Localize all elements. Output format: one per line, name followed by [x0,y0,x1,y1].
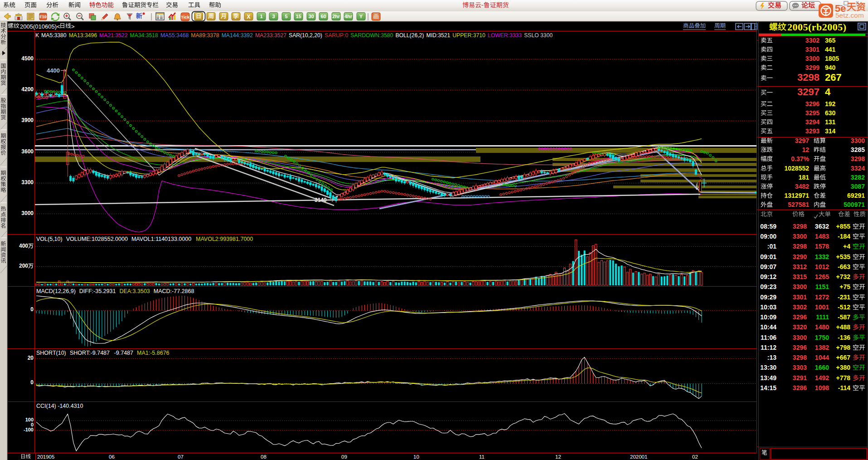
svg-text:+732: +732 [836,273,850,280]
svg-text:+488: +488 [836,323,850,331]
svg-text:K: K [35,32,39,39]
svg-text:4: 4 [825,86,831,98]
svg-text:5: 5 [285,14,287,19]
svg-text:3299: 3299 [805,64,820,71]
svg-text:+535: +535 [836,253,850,260]
svg-text:3315: 3315 [793,273,807,280]
svg-text:3294: 3294 [805,118,820,126]
svg-text:MAVOL2:993981.7000: MAVOL2:993981.7000 [196,236,253,242]
svg-text:4hr: 4hr [344,14,353,19]
svg-text:3300: 3300 [793,334,807,341]
svg-text:VOL(5,10): VOL(5,10) [36,236,63,242]
svg-text:+4: +4 [843,243,850,250]
svg-text:267: 267 [825,72,842,83]
svg-text:1098: 1098 [815,384,829,391]
svg-text:3286: 3286 [793,384,807,391]
svg-text:201905: 201905 [37,454,54,460]
svg-text:3297: 3297 [795,137,809,144]
svg-text:+75: +75 [839,283,850,290]
svg-text:181: 181 [799,174,810,181]
svg-text:>: > [71,23,75,30]
svg-text:1272: 1272 [815,294,829,301]
svg-text:10: 10 [413,454,419,460]
svg-text:3320: 3320 [793,323,807,331]
svg-text:3632: 3632 [815,223,829,230]
svg-text:441: 441 [825,46,836,53]
svg-text::01: :01 [767,243,776,250]
svg-text:3296: 3296 [805,100,820,108]
svg-text:13:49: 13:49 [760,374,776,382]
svg-text:UPPER:3710: UPPER:3710 [452,32,485,39]
svg-text:1660: 1660 [815,364,829,371]
svg-text::13: :13 [767,354,776,361]
svg-text:3312: 3312 [793,263,807,270]
svg-text:202001: 202001 [630,454,647,460]
svg-text:09:01: 09:01 [760,253,776,260]
svg-text:3900: 3900 [21,117,34,123]
svg-text:4500: 4500 [21,55,34,62]
svg-text:-512: -512 [838,303,850,311]
svg-text:+667: +667 [836,354,850,361]
svg-text:3302: 3302 [805,37,820,44]
svg-text:06: 06 [109,454,115,460]
svg-text:12: 12 [555,454,561,460]
svg-text:4400: 4400 [47,67,60,74]
svg-text:1492: 1492 [815,374,829,382]
svg-text:LOWER:3333: LOWER:3333 [488,32,522,39]
svg-text:SSLO 3300: SSLO 3300 [524,32,553,39]
svg-text:3301: 3301 [793,294,807,301]
svg-text:X: X [247,14,250,20]
svg-text:SARDOWN:3580: SARDOWN:3580 [350,32,393,39]
svg-text:11: 11 [479,454,485,460]
svg-text:5etz.com: 5etz.com [835,11,864,19]
svg-text:3298: 3298 [793,354,807,361]
svg-text:09: 09 [341,454,347,460]
svg-text:+380: +380 [836,364,850,371]
svg-text:-100: -100 [24,427,34,432]
svg-text:08: 08 [261,454,267,460]
svg-text:+798: +798 [836,344,850,351]
svg-text:11:06: 11:06 [761,334,776,341]
svg-text:SHORT:-9.7487: SHORT:-9.7487 [70,350,110,356]
svg-text:1111: 1111 [816,313,829,321]
svg-text:-9.7487: -9.7487 [114,350,133,356]
svg-text:MA21:3522: MA21:3522 [99,32,128,39]
svg-text:0: 0 [30,306,34,313]
svg-text:3291: 3291 [793,374,807,382]
svg-text:SAR(10,2,20): SAR(10,2,20) [289,32,322,39]
svg-text:3297: 3297 [797,86,820,98]
svg-text:08:59: 08:59 [760,223,776,230]
svg-text:3298: 3298 [851,155,865,162]
svg-text:+778: +778 [836,374,850,382]
svg-text:1332: 1332 [815,253,829,260]
svg-text:3482: 3482 [795,183,809,190]
svg-text:DIFF:-35.2931: DIFF:-35.2931 [79,288,116,294]
svg-text:1028552: 1028552 [784,165,809,172]
svg-text:69291: 69291 [847,192,865,199]
svg-text:3296: 3296 [793,344,807,351]
svg-text:2005(rb2005): 2005(rb2005) [787,21,847,33]
svg-text:630: 630 [825,109,836,117]
svg-text:0.37%: 0.37% [791,155,809,162]
svg-text:15: 15 [296,14,301,19]
svg-text:Y: Y [359,14,363,19]
svg-text:192: 192 [825,100,836,108]
svg-text:-114: -114 [838,384,850,391]
svg-text:MACD(12,26,9): MACD(12,26,9) [36,288,76,294]
svg-text:SARUP:0: SARUP:0 [325,32,348,39]
svg-text:400: 400 [19,243,28,249]
svg-text:940: 940 [825,64,836,71]
svg-text:MA55:3468: MA55:3468 [160,32,189,39]
svg-text:10:09: 10:09 [760,313,776,321]
svg-text:4200: 4200 [21,86,34,93]
svg-text:131: 131 [825,118,836,126]
svg-text:CCI(14) -140.4310: CCI(14) -140.4310 [36,403,83,409]
svg-text:12: 12 [802,146,809,153]
svg-text:MA13:3496: MA13:3496 [69,32,97,39]
svg-text:3296: 3296 [793,313,807,321]
svg-text:3301: 3301 [805,46,820,53]
svg-text:-136: -136 [838,334,850,341]
svg-text:3298: 3298 [793,243,807,250]
svg-text:3300: 3300 [851,137,865,144]
svg-text:DEA:3.3503: DEA:3.3503 [119,288,150,294]
